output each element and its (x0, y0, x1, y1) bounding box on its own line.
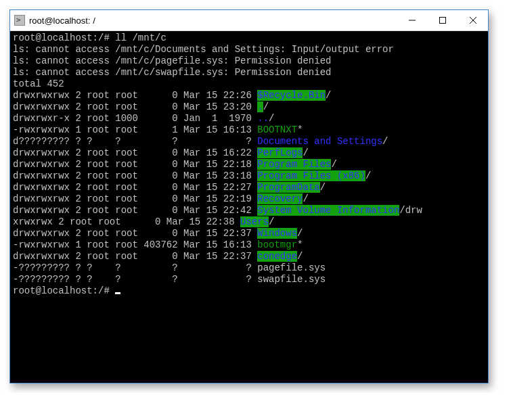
file-name: Program Files (x86) (257, 170, 365, 181)
terminal-output[interactable]: root@localhost:/# ll /mnt/c ls: cannot a… (10, 31, 488, 383)
file-meta: drwxrwxrwx 2 root root 0 Mar 15 22:37 (13, 228, 257, 239)
prompt: root@localhost:/# (13, 285, 115, 296)
file-meta: drwxrwxr-x 2 root 1000 0 Jan 1 1970 (13, 113, 257, 124)
file-meta: drwxrwxrwx 2 root root 0 Mar 15 22:27 (13, 182, 257, 193)
error-line: ls: cannot access /mnt/c/pagefile.sys: P… (13, 55, 331, 66)
window-title: root@localhost: / (29, 16, 95, 26)
file-meta: drwxrwxrwx 2 root root 0 Mar 15 22:19 (13, 193, 257, 204)
close-button[interactable] (458, 11, 488, 30)
file-meta: xrwxrwx 2 root root 0 Mar 15 22:38 (13, 216, 240, 227)
error-line: ls: cannot access /mnt/c/swapfile.sys: P… (13, 67, 331, 78)
file-name: swapfile.sys (257, 274, 326, 285)
file-name: PerfLogs (257, 147, 303, 158)
total-line: total 452 (13, 78, 64, 89)
titlebar[interactable]: root@localhost: / (10, 10, 488, 31)
file-name: conedge (257, 251, 297, 262)
file-name: .. (257, 113, 269, 124)
slash: / (365, 170, 371, 181)
command-text: ll /mnt/c (115, 32, 166, 43)
file-meta: drwxrwxrwx 2 root root 0 Mar 15 22:42 (13, 205, 257, 216)
slash: / (399, 205, 405, 216)
file-name: $Recycle.Bin (257, 90, 326, 101)
slash: / (382, 136, 388, 147)
slash: / (326, 90, 331, 101)
slash: / (263, 101, 269, 112)
file-meta: drwxrwxrwx 2 root root 0 Mar 15 22:26 (13, 90, 257, 101)
file-meta: drwxrwxrwx 2 root root 0 Mar 15 16:22 (13, 147, 257, 158)
svg-rect-0 (439, 18, 445, 24)
file-name: BOOTNXT (257, 124, 297, 135)
terminal-icon (14, 15, 25, 26)
file-meta: drwxrwxrwx 2 root root 0 Mar 15 23:20 (13, 101, 257, 112)
file-meta: drwxrwxrwx 2 root root 0 Mar 15 22:18 (13, 159, 257, 170)
slash: / (331, 159, 336, 170)
slash: / (269, 113, 274, 124)
file-meta: drwxrwxrwx 2 root root 0 Mar 15 22:37 (13, 251, 257, 262)
file-name: Recovery (257, 193, 303, 204)
star: * (297, 239, 303, 250)
file-meta: drwxrwxrwx 2 root root 0 Mar 15 23:18 (13, 170, 257, 181)
slash: / (303, 147, 308, 158)
file-name: bootmgr (257, 239, 297, 250)
file-name: Windows (257, 228, 297, 239)
file-name: ProgramData (257, 182, 319, 193)
file-meta: -????????? ? ? ? ? ? (13, 262, 257, 273)
minimize-button[interactable] (397, 11, 427, 30)
file-meta: -rwxrwxrwx 1 root root 1 Mar 15 16:13 (13, 124, 257, 135)
file-meta: -rwxrwxrwx 1 root root 403762 Mar 15 16:… (13, 239, 257, 250)
file-name: Program Files (257, 159, 331, 170)
star: * (297, 124, 303, 135)
file-name: . (257, 101, 263, 112)
cursor (115, 292, 120, 294)
maximize-button[interactable] (427, 11, 458, 30)
file-meta: d????????? ? ? ? ? ? (13, 136, 257, 147)
file-name: System Volume Information (257, 205, 399, 216)
file-name: Users (240, 216, 269, 227)
slash: / (320, 182, 326, 193)
file-name: pagefile.sys (257, 262, 326, 273)
slash: / (297, 228, 303, 239)
terminal-window: root@localhost: / root@localhost:/# ll /… (9, 9, 489, 383)
prompt: root@localhost:/# (13, 32, 115, 43)
slash: / (303, 193, 308, 204)
file-name: Documents and Settings (257, 136, 382, 147)
slash: / (297, 251, 303, 262)
wrap-tail: drw (405, 205, 422, 216)
error-line: ls: cannot access /mnt/c/Documents and S… (13, 44, 394, 55)
file-meta: -????????? ? ? ? ? ? (13, 274, 257, 285)
slash: / (269, 216, 274, 227)
